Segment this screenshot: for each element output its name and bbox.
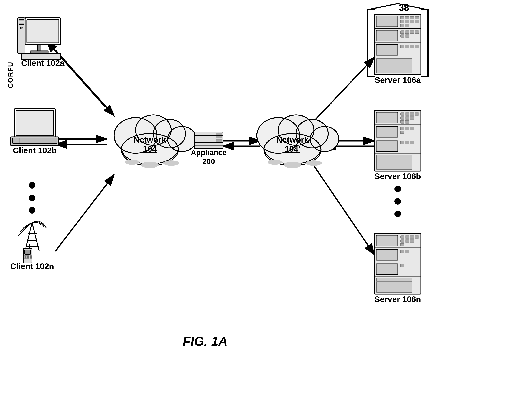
svg-rect-145 (400, 121, 404, 123)
svg-rect-169 (410, 239, 414, 242)
svg-rect-126 (376, 45, 398, 55)
svg-rect-154 (405, 141, 409, 144)
svg-rect-163 (400, 236, 404, 239)
svg-rect-140 (410, 113, 414, 116)
svg-rect-113 (400, 20, 404, 23)
svg-rect-97 (27, 255, 29, 257)
diagram-container: Network 104 Network 104' (0, 0, 532, 396)
svg-rect-130 (415, 45, 419, 48)
svg-line-12 (314, 166, 374, 255)
svg-rect-100 (27, 257, 29, 259)
svg-rect-123 (415, 31, 419, 34)
svg-text:104: 104 (143, 144, 157, 154)
svg-rect-128 (405, 45, 409, 48)
svg-rect-112 (415, 16, 419, 19)
svg-rect-60 (216, 136, 222, 138)
svg-point-183 (29, 195, 35, 201)
svg-rect-142 (400, 116, 404, 119)
svg-text:Client 102a: Client 102a (21, 58, 65, 68)
svg-text:38: 38 (399, 2, 409, 13)
client-102a: Client 102a (18, 18, 65, 68)
network-104-cloud: Network 104 (114, 115, 196, 168)
svg-text:104': 104' (285, 144, 300, 154)
svg-point-29 (125, 159, 139, 165)
svg-rect-117 (400, 24, 404, 27)
svg-text:Appliance: Appliance (191, 148, 227, 157)
svg-rect-131 (376, 59, 412, 73)
svg-rect-67 (30, 51, 48, 53)
svg-rect-138 (400, 113, 404, 116)
svg-point-31 (163, 160, 179, 166)
svg-rect-139 (405, 113, 409, 116)
svg-rect-147 (376, 127, 398, 137)
svg-point-187 (395, 211, 401, 217)
svg-rect-166 (415, 236, 419, 239)
svg-rect-146 (405, 121, 409, 123)
svg-rect-129 (410, 45, 414, 48)
svg-rect-151 (400, 131, 404, 134)
svg-line-9 (314, 57, 374, 121)
svg-rect-116 (415, 20, 419, 23)
svg-point-50 (284, 162, 301, 168)
svg-rect-167 (400, 239, 404, 242)
svg-rect-141 (415, 113, 419, 116)
svg-rect-110 (405, 16, 409, 19)
svg-text:200: 200 (202, 157, 215, 166)
svg-rect-171 (376, 250, 398, 260)
svg-rect-143 (405, 116, 409, 119)
svg-rect-156 (376, 155, 412, 169)
svg-rect-65 (27, 20, 59, 43)
svg-rect-174 (376, 264, 398, 274)
svg-rect-114 (405, 20, 409, 23)
client-102b: Client 102b (11, 109, 59, 155)
svg-text:CORFU: CORFU (7, 61, 14, 88)
svg-text:Server 106n: Server 106n (374, 295, 421, 304)
svg-rect-127 (400, 45, 404, 48)
svg-rect-175 (400, 264, 404, 267)
svg-rect-172 (400, 250, 404, 253)
svg-rect-155 (410, 141, 414, 144)
svg-line-1 (46, 41, 105, 107)
svg-rect-78 (16, 111, 53, 135)
svg-point-186 (395, 198, 401, 205)
svg-text:FIG. 1A: FIG. 1A (183, 334, 228, 348)
svg-rect-74 (20, 27, 23, 29)
svg-rect-144 (410, 116, 414, 119)
svg-rect-153 (400, 141, 404, 144)
svg-point-51 (306, 160, 322, 166)
svg-rect-124 (400, 35, 404, 37)
svg-rect-73 (19, 23, 24, 25)
svg-rect-59 (216, 133, 222, 135)
svg-point-184 (29, 207, 35, 214)
network-104p-cloud: Network 104' (257, 115, 339, 168)
svg-point-49 (267, 159, 282, 165)
svg-rect-148 (400, 127, 404, 130)
svg-text:Server 106a: Server 106a (375, 75, 421, 85)
svg-rect-164 (405, 236, 409, 239)
svg-text:Server 106b: Server 106b (374, 172, 421, 181)
svg-rect-137 (376, 112, 398, 123)
server-106b: Server 106b (374, 111, 421, 181)
server-106n: Server 106n (374, 233, 421, 304)
svg-rect-111 (410, 16, 414, 19)
svg-line-4 (55, 175, 114, 251)
svg-rect-125 (405, 35, 409, 37)
client-102n: Client 102n (10, 221, 54, 271)
appliance-200: Appliance 200 (191, 132, 227, 166)
svg-point-182 (29, 182, 35, 189)
svg-rect-119 (376, 30, 398, 41)
svg-point-185 (395, 186, 401, 192)
svg-rect-165 (410, 236, 414, 239)
svg-rect-122 (410, 31, 414, 34)
svg-rect-96 (25, 255, 26, 257)
svg-rect-120 (400, 31, 404, 34)
svg-rect-168 (405, 239, 409, 242)
svg-rect-170 (400, 244, 404, 246)
svg-rect-109 (400, 16, 404, 19)
svg-rect-95 (25, 250, 31, 255)
svg-text:Client 102n: Client 102n (10, 262, 54, 271)
svg-rect-61 (216, 140, 222, 142)
svg-rect-149 (405, 127, 409, 130)
svg-point-30 (141, 162, 159, 168)
svg-rect-176 (376, 278, 412, 292)
